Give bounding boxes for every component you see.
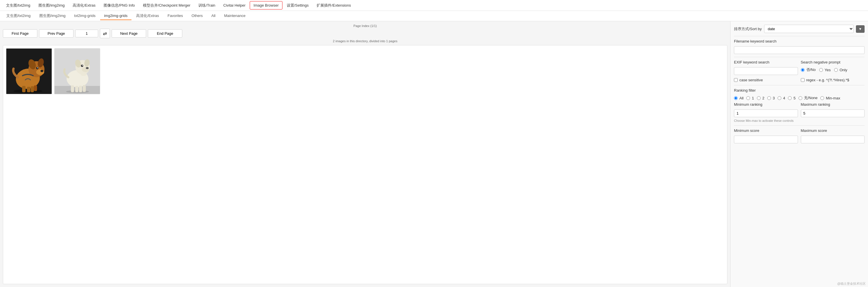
min-score-section: Minimum score — [734, 128, 798, 143]
nav-extras[interactable]: 高清化/Extras — [69, 1, 99, 10]
tab-img2img-grids[interactable]: img2img-grids — [100, 12, 132, 20]
sort-section: 排序方式/Sort by date name size modified ▼ — [734, 25, 865, 33]
svg-rect-29 — [83, 85, 86, 92]
svg-rect-26 — [71, 85, 74, 92]
tab-maintenance[interactable]: Maintenance — [220, 12, 249, 20]
right-panel: 排序方式/Sort by date name size modified ▼ F… — [730, 21, 868, 287]
first-page-button[interactable]: First Page — [3, 29, 37, 38]
ranking-radios: All 1 2 3 4 5 无/None — [734, 95, 865, 101]
negative-prompt-section: Search negative prompt 否/No Yes Only — [801, 60, 865, 75]
nav-settings[interactable]: 设置/Settings — [283, 1, 313, 10]
svg-rect-10 — [22, 86, 26, 92]
negative-radio-group: 否/No Yes Only — [801, 67, 865, 73]
ranking-minmax[interactable]: Min-max — [820, 96, 840, 100]
case-sensitive-option[interactable]: case sensitive — [734, 78, 798, 82]
sort-label: 排序方式/Sort by — [734, 26, 762, 32]
negative-only-label: Only — [840, 68, 847, 72]
page-status: 2 images in this directory, divided into… — [3, 39, 727, 43]
ranking-minmax-section: Minimum ranking Choose Min-max to activa… — [734, 102, 865, 122]
image-thumb-1[interactable] — [6, 48, 52, 94]
tab-others[interactable]: Others — [187, 12, 207, 20]
score-section: Minimum score Maximum score — [734, 128, 865, 143]
left-panel: Page Index (1/1) First Page Prev Page ⇄ … — [0, 21, 730, 287]
ranking-all[interactable]: All — [734, 96, 743, 100]
image-thumb-2[interactable] — [54, 48, 100, 94]
exif-label: EXIF keyword search — [734, 60, 798, 64]
max-score-section: Maximum score — [801, 128, 865, 143]
svg-rect-11 — [27, 87, 30, 92]
divider-2 — [734, 57, 865, 57]
sort-desc-button[interactable]: ▼ — [856, 25, 865, 33]
top-nav: 文生图/txt2img 图生图/img2img 高清化/Extras 图像信息/… — [0, 0, 868, 11]
exif-section: EXIF keyword search — [734, 60, 798, 75]
toolbar-row: First Page Prev Page ⇄ Next Page End Pag… — [3, 29, 727, 38]
case-regex-section: case sensitive regex - e.g. ^(?!.*Hires)… — [734, 78, 865, 82]
max-score-label: Maximum score — [801, 128, 865, 133]
min-ranking-input[interactable] — [734, 110, 798, 117]
exif-input[interactable] — [734, 67, 798, 75]
image-grid — [6, 48, 724, 94]
svg-point-25 — [82, 65, 83, 66]
min-ranking-label: Minimum ranking — [734, 102, 798, 107]
watermark: @稳土堡金技术社区 — [837, 282, 866, 286]
ranking-none[interactable]: 无/None — [799, 95, 818, 101]
tab-txt2img-grids[interactable]: txt2img-grids — [70, 12, 99, 20]
nav-merger[interactable]: 模型合并/Checkpoint Merger — [139, 1, 194, 10]
ranking-4[interactable]: 4 — [778, 96, 785, 100]
regex-checkbox[interactable] — [801, 78, 805, 82]
min-score-label: Minimum score — [734, 128, 798, 133]
negative-only-option[interactable]: Only — [834, 68, 847, 72]
svg-point-23 — [86, 67, 89, 69]
exif-negative-section: EXIF keyword search Search negative prom… — [734, 60, 865, 75]
svg-point-7 — [40, 70, 43, 72]
min-score-input[interactable] — [734, 136, 798, 143]
tab-img2img[interactable]: 图生图/img2img — [35, 11, 70, 21]
nav-train[interactable]: 训练/Train — [195, 1, 219, 10]
negative-yes-option[interactable]: Yes — [819, 68, 831, 72]
ranking-2[interactable]: 2 — [757, 96, 764, 100]
tab-favorites[interactable]: Favorites — [164, 12, 187, 20]
regex-label: regex - e.g. ^(?!.*Hires).*$ — [806, 78, 849, 82]
negative-no-option[interactable]: 否/No — [801, 67, 816, 73]
svg-point-6 — [36, 69, 44, 75]
filename-search-input[interactable] — [734, 46, 865, 54]
negative-no-label: 否/No — [806, 67, 816, 73]
ranking-hint: Choose Min-max to activate these control… — [734, 119, 798, 122]
nav-img2img[interactable]: 图生图/img2img — [35, 1, 69, 10]
max-ranking-label: Maximum ranking — [801, 102, 865, 107]
tab-txt2img[interactable]: 文生图/txt2img — [2, 11, 35, 21]
page-index-label: Page Index (1/1) — [3, 24, 727, 28]
filename-search-section: Filename keyword search — [734, 39, 865, 54]
next-page-button[interactable]: Next Page — [112, 29, 146, 38]
refresh-button[interactable]: ⇄ — [100, 29, 110, 38]
main-layout: Page Index (1/1) First Page Prev Page ⇄ … — [0, 21, 868, 287]
svg-rect-27 — [75, 86, 79, 92]
ranking-filter-label: Ranking filter — [734, 88, 865, 92]
max-ranking-section: Maximum ranking — [801, 102, 865, 122]
tab-all[interactable]: All — [207, 12, 219, 20]
end-page-button[interactable]: End Page — [148, 29, 182, 38]
nav-civitai[interactable]: Civitai Helper — [220, 1, 249, 9]
case-sensitive-label: case sensitive — [739, 78, 763, 82]
max-score-input[interactable] — [801, 136, 865, 143]
image-area — [3, 45, 727, 284]
ranking-filter-section: Ranking filter All 1 2 3 4 5 — [734, 88, 865, 122]
max-ranking-input[interactable] — [801, 110, 865, 117]
tab-extras[interactable]: 高清化/Extras — [132, 11, 163, 21]
divider-3 — [734, 85, 865, 85]
nav-pnginfo[interactable]: 图像信息/PNG Info — [100, 1, 138, 10]
ranking-5[interactable]: 5 — [788, 96, 795, 100]
nav-imagebrowser[interactable]: Image Browser — [250, 1, 282, 9]
negative-yes-label: Yes — [825, 68, 831, 72]
sort-select[interactable]: date name size modified — [764, 25, 854, 33]
nav-txt2img[interactable]: 文生图/txt2img — [2, 1, 34, 10]
nav-extensions[interactable]: 扩展插件/Extensions — [313, 1, 354, 10]
filename-search-label: Filename keyword search — [734, 39, 865, 44]
ranking-3[interactable]: 3 — [767, 96, 775, 100]
page-input[interactable] — [75, 30, 98, 37]
svg-rect-13 — [34, 85, 37, 91]
prev-page-button[interactable]: Prev Page — [39, 29, 73, 38]
regex-option[interactable]: regex - e.g. ^(?!.*Hires).*$ — [801, 78, 865, 82]
case-sensitive-checkbox[interactable] — [734, 78, 738, 82]
ranking-1[interactable]: 1 — [746, 96, 754, 100]
